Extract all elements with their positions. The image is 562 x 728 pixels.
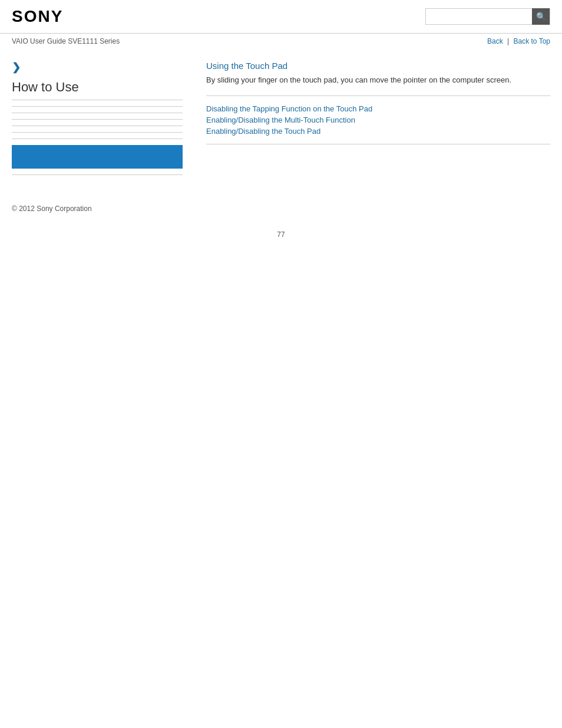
back-to-top-link[interactable]: Back to Top xyxy=(514,37,550,45)
content-divider-bottom xyxy=(206,144,550,144)
disable-tapping-link[interactable]: Disabling the Tapping Function on the To… xyxy=(206,104,550,113)
sidebar-section-title: How to Use xyxy=(12,80,183,100)
search-box: 🔍 xyxy=(425,8,550,25)
header: SONY 🔍 xyxy=(0,0,562,34)
sidebar-divider-5 xyxy=(12,132,183,133)
nav-separator: | xyxy=(507,37,509,45)
sidebar: ❯ How to Use xyxy=(12,55,194,181)
footer: © 2012 Sony Corporation xyxy=(0,193,562,219)
search-icon: 🔍 xyxy=(536,12,546,21)
multitouch-link[interactable]: Enabling/Disabling the Multi-Touch Funct… xyxy=(206,116,550,124)
nav-bar: VAIO User Guide SVE1111 Series Back | Ba… xyxy=(0,34,562,49)
sidebar-divider-6 xyxy=(12,139,183,139)
copyright-text: © 2012 Sony Corporation xyxy=(12,205,92,213)
nav-links: Back | Back to Top xyxy=(487,37,550,45)
main-layout: ❯ How to Use Using the Touch Pad By slid… xyxy=(0,49,562,193)
search-button[interactable]: 🔍 xyxy=(532,8,550,25)
back-link[interactable]: Back xyxy=(487,37,503,45)
touch-pad-description: By sliding your finger on the touch pad,… xyxy=(206,74,550,86)
content-divider-top xyxy=(206,95,550,96)
touch-pad-section: Using the Touch Pad By sliding your fing… xyxy=(206,61,550,144)
sony-logo: SONY xyxy=(12,7,63,26)
sidebar-footer-divider xyxy=(12,174,183,175)
sidebar-blue-block xyxy=(12,145,183,169)
enable-disable-touchpad-link[interactable]: Enabling/Disabling the Touch Pad xyxy=(206,127,550,136)
guide-title: VAIO User Guide SVE1111 Series xyxy=(12,37,120,45)
page-number: 77 xyxy=(0,219,562,245)
content-links: Disabling the Tapping Function on the To… xyxy=(206,104,550,136)
chevron-icon: ❯ xyxy=(12,61,183,74)
content-area: Using the Touch Pad By sliding your fing… xyxy=(194,55,550,181)
sidebar-divider-3 xyxy=(12,119,183,120)
sidebar-divider-1 xyxy=(12,106,183,107)
using-touch-pad-link[interactable]: Using the Touch Pad xyxy=(206,61,287,71)
sidebar-divider-2 xyxy=(12,113,183,113)
search-input[interactable] xyxy=(426,9,532,24)
sidebar-divider-4 xyxy=(12,126,183,126)
